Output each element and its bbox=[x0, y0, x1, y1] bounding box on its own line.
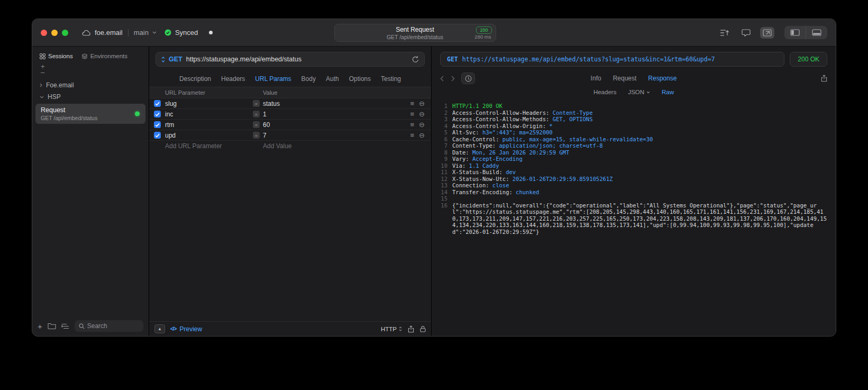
sidebar-tabs: Sessions Environments bbox=[32, 47, 149, 62]
remove-param-icon[interactable]: ⊖ bbox=[419, 121, 425, 128]
params-rows: slug=status≡⊖inc=1≡⊖rtm=60≡⊖upd=7≡⊖ bbox=[149, 98, 431, 141]
remove-session-button[interactable]: – bbox=[41, 69, 149, 75]
param-name[interactable]: inc bbox=[165, 111, 253, 118]
tab-description[interactable]: Description bbox=[179, 75, 211, 83]
resend-icon[interactable] bbox=[412, 56, 419, 63]
response-line: 11X-Status-Build: dev bbox=[436, 169, 828, 176]
sidebar-search[interactable] bbox=[75, 320, 143, 332]
add-value-placeholder[interactable]: Add Value bbox=[253, 142, 401, 150]
add-param-placeholder[interactable]: Add URL Parameter bbox=[165, 142, 253, 150]
subtab-json[interactable]: JSON bbox=[628, 89, 650, 95]
drag-handle-icon[interactable]: ≡ bbox=[410, 132, 415, 139]
view-options-icon[interactable] bbox=[61, 323, 69, 329]
tab-headers[interactable]: Headers bbox=[221, 75, 245, 83]
param-name[interactable]: rtm bbox=[165, 121, 253, 129]
tree-group-hsp[interactable]: HSP bbox=[32, 91, 149, 103]
response-line: 4Access-Control-Allow-Origin: * bbox=[436, 123, 828, 130]
close-window-button[interactable] bbox=[41, 30, 47, 36]
line-number: 7 bbox=[436, 142, 447, 149]
param-value[interactable]: status bbox=[263, 100, 280, 107]
equals-icon: = bbox=[253, 100, 260, 107]
share-icon[interactable] bbox=[408, 325, 414, 333]
param-value[interactable]: 1 bbox=[263, 111, 267, 118]
response-share-icon[interactable] bbox=[821, 75, 827, 82]
search-input[interactable] bbox=[87, 322, 139, 330]
expand-panel-icon[interactable]: ▲ bbox=[154, 324, 165, 333]
param-name[interactable]: upd bbox=[165, 132, 253, 139]
request-method[interactable]: GET bbox=[169, 56, 182, 63]
sent-request-summary[interactable]: Sent Request GET /api/embed/status 200 2… bbox=[334, 24, 496, 42]
param-value[interactable]: 60 bbox=[263, 121, 270, 129]
comment-bubble-icon[interactable] bbox=[739, 27, 753, 39]
tab-response[interactable]: Response bbox=[648, 75, 677, 82]
response-body[interactable]: 1HTTP/1.1 200 OK2Access-Control-Allow-He… bbox=[432, 98, 836, 336]
tab-options[interactable]: Options bbox=[349, 75, 371, 83]
zoom-window-button[interactable] bbox=[62, 30, 68, 36]
response-line: 2Access-Control-Allow-Headers: Content-T… bbox=[436, 110, 828, 116]
remove-param-icon[interactable]: ⊖ bbox=[419, 111, 425, 117]
tab-body[interactable]: Body bbox=[301, 75, 316, 83]
response-url: https://statuspage.me/api/embed/status?s… bbox=[462, 56, 715, 63]
tab-testing[interactable]: Testing bbox=[381, 75, 401, 83]
history-back-icon[interactable] bbox=[440, 76, 444, 81]
add-param-row[interactable]: Add URL Parameter Add Value bbox=[149, 141, 431, 151]
drag-handle-icon[interactable]: ≡ bbox=[410, 121, 415, 128]
method-selector-icon[interactable] bbox=[161, 57, 165, 62]
import-sort-icon[interactable] bbox=[717, 27, 732, 39]
subtab-headers[interactable]: Headers bbox=[593, 89, 616, 95]
param-enabled-checkbox[interactable] bbox=[154, 121, 161, 128]
line-content: Connection: close bbox=[452, 182, 509, 189]
line-content: Via: 1.1 Caddy bbox=[452, 162, 499, 169]
param-value[interactable]: 7 bbox=[263, 132, 267, 139]
remove-param-icon[interactable]: ⊖ bbox=[419, 132, 425, 139]
request-list-item-selected[interactable]: Request GET /api/embed/status bbox=[35, 104, 145, 124]
tab-environments[interactable]: Environments bbox=[81, 53, 127, 59]
drag-handle-icon[interactable]: ≡ bbox=[410, 111, 415, 117]
line-content: Date: Mon, 26 Jan 2026 20:29:59 GMT bbox=[452, 149, 569, 156]
request-url-bar[interactable]: GET https://statuspage.me/api/embed/stat… bbox=[156, 52, 425, 67]
line-content: X-Status-Build: dev bbox=[452, 169, 516, 176]
history-forward-icon[interactable] bbox=[451, 76, 455, 81]
param-enabled-checkbox[interactable] bbox=[154, 111, 161, 117]
request-url-input[interactable]: https://statuspage.me/api/embed/status bbox=[186, 56, 408, 63]
preview-label: Preview bbox=[179, 325, 202, 333]
tab-sessions[interactable]: Sessions bbox=[40, 53, 73, 59]
protocol-selector[interactable]: HTTP bbox=[381, 326, 402, 332]
tab-request[interactable]: Request bbox=[613, 75, 637, 82]
history-clock-icon[interactable] bbox=[461, 72, 475, 84]
layout-bottombar-icon[interactable] bbox=[806, 26, 827, 39]
response-url-box[interactable]: GET https://statuspage.me/api/embed/stat… bbox=[440, 52, 784, 67]
tab-url-params[interactable]: URL Params bbox=[255, 75, 291, 83]
add-request-button[interactable]: + bbox=[38, 322, 42, 330]
request-item-subtitle: GET /api/embed/status bbox=[41, 115, 140, 121]
remove-param-icon[interactable]: ⊖ bbox=[419, 100, 425, 107]
branch-name[interactable]: main bbox=[134, 29, 149, 37]
preview-button[interactable]: </> Preview bbox=[170, 325, 202, 333]
param-name[interactable]: slug bbox=[165, 100, 253, 107]
column-url-parameter: URL Parameter bbox=[165, 89, 253, 96]
line-number: 9 bbox=[436, 156, 447, 162]
tab-info[interactable]: Info bbox=[591, 75, 601, 82]
chevron-right-icon[interactable] bbox=[40, 83, 42, 87]
param-enabled-checkbox[interactable] bbox=[154, 132, 161, 139]
chevron-down-icon[interactable] bbox=[152, 31, 157, 34]
params-table-header: URL Parameter Value bbox=[149, 87, 431, 98]
param-enabled-checkbox[interactable] bbox=[154, 100, 161, 107]
response-line: 3Access-Control-Allow-Methods: GET, OPTI… bbox=[436, 116, 828, 123]
drag-handle-icon[interactable]: ≡ bbox=[410, 100, 415, 107]
param-row: rtm=60≡⊖ bbox=[149, 120, 431, 130]
minimize-window-button[interactable] bbox=[51, 30, 58, 36]
chevron-down-icon[interactable] bbox=[40, 96, 44, 98]
protocol-label: HTTP bbox=[381, 326, 397, 332]
param-row: inc=1≡⊖ bbox=[149, 109, 431, 120]
tree-group-foe-email[interactable]: Foe.email bbox=[32, 79, 149, 91]
line-content: Content-Type: application/json; charset=… bbox=[452, 142, 602, 149]
panel-popout-icon[interactable] bbox=[760, 27, 774, 39]
add-session-button[interactable]: + bbox=[41, 64, 149, 69]
project-name[interactable]: foe.email bbox=[95, 29, 123, 37]
subtab-raw[interactable]: Raw bbox=[662, 89, 674, 95]
tab-auth[interactable]: Auth bbox=[326, 75, 339, 83]
add-folder-icon[interactable] bbox=[48, 323, 56, 329]
lock-icon[interactable] bbox=[420, 325, 426, 332]
layout-sidebar-icon[interactable] bbox=[784, 26, 806, 39]
